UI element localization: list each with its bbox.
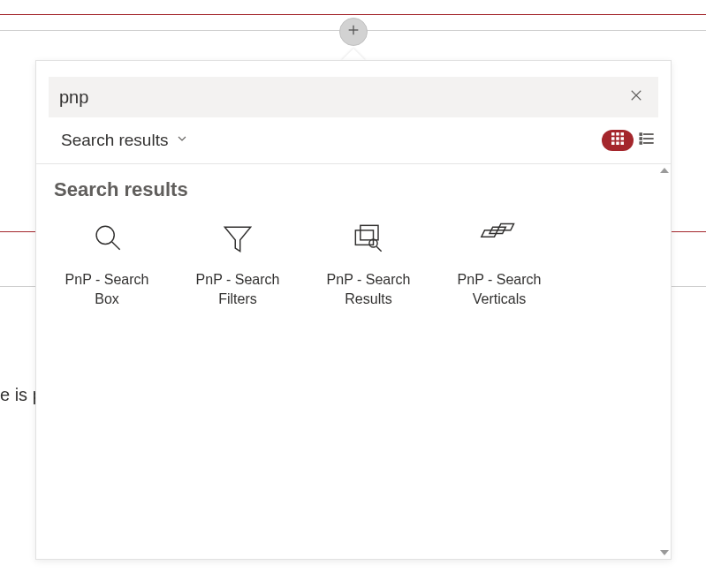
svg-rect-7 <box>611 137 615 140</box>
callout-caret <box>341 49 366 61</box>
grid-icon <box>611 132 624 148</box>
webpart-card-pnp-search-filters[interactable]: PnP - Search Filters <box>185 217 291 308</box>
svg-rect-13 <box>640 133 642 136</box>
svg-rect-12 <box>621 142 625 146</box>
webpart-card-pnp-search-verticals[interactable]: PnP - Search Verticals <box>446 217 552 308</box>
close-icon <box>628 91 644 106</box>
svg-rect-5 <box>616 132 619 136</box>
webpart-label: PnP - Search Filters <box>185 270 291 308</box>
svg-rect-23 <box>355 230 373 245</box>
filter-icon <box>185 217 291 260</box>
svg-line-20 <box>112 242 120 250</box>
results-heading: Search results <box>54 178 653 201</box>
view-toggle <box>602 130 655 151</box>
search-input[interactable] <box>59 87 625 108</box>
scroll-down-caret[interactable] <box>660 550 669 555</box>
add-webpart-button[interactable] <box>339 18 368 46</box>
svg-rect-22 <box>361 225 378 240</box>
svg-point-19 <box>96 226 114 244</box>
webpart-label: PnP - Search Results <box>315 270 421 308</box>
webpart-label: PnP - Search Verticals <box>446 270 552 308</box>
grid-view-button[interactable] <box>602 130 634 151</box>
svg-rect-8 <box>616 137 619 140</box>
clear-search-button[interactable] <box>625 84 648 110</box>
divider-line <box>0 14 706 15</box>
svg-marker-21 <box>224 227 250 252</box>
webpart-label: PnP - Search Box <box>54 270 160 308</box>
svg-rect-16 <box>643 139 653 139</box>
svg-rect-4 <box>611 132 615 136</box>
webpart-card-pnp-search-results[interactable]: PnP - Search Results <box>315 217 421 308</box>
verticals-icon <box>446 217 552 260</box>
svg-rect-18 <box>643 143 653 144</box>
svg-line-25 <box>376 246 382 252</box>
category-dropdown[interactable]: Search results <box>61 131 189 150</box>
filter-row: Search results <box>36 117 671 163</box>
results-icon <box>315 217 421 260</box>
list-view-button[interactable] <box>639 131 655 150</box>
svg-rect-11 <box>616 142 619 146</box>
results-area: Search results PnP - Search Box PnP - Se… <box>36 163 671 559</box>
svg-rect-15 <box>640 138 642 140</box>
plus-icon <box>346 23 361 41</box>
list-icon <box>639 131 655 150</box>
svg-rect-17 <box>640 142 642 145</box>
search-icon <box>54 217 160 260</box>
webpart-picker-panel: Search results Search results <box>35 60 672 560</box>
search-row <box>49 77 658 117</box>
category-label: Search results <box>61 131 168 150</box>
svg-rect-10 <box>611 142 615 146</box>
webpart-grid: PnP - Search Box PnP - Search Filters <box>54 217 653 308</box>
chevron-down-icon <box>175 131 189 150</box>
webpart-card-pnp-search-box[interactable]: PnP - Search Box <box>54 217 160 308</box>
scroll-up-caret[interactable] <box>660 168 669 173</box>
svg-rect-9 <box>621 137 625 140</box>
svg-rect-6 <box>621 132 625 136</box>
svg-rect-14 <box>643 134 653 135</box>
